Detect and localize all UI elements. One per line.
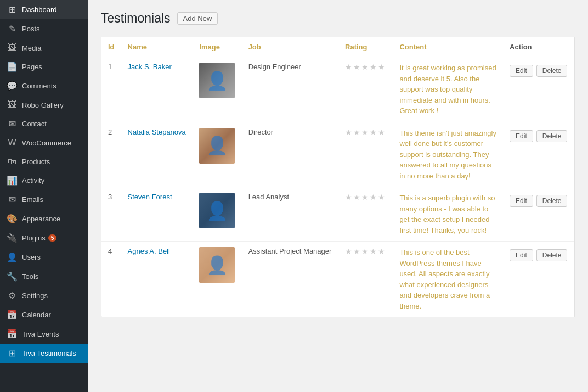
row-action-2: EditDelete (503, 122, 574, 187)
row-name-3: Steven Forest (121, 187, 193, 242)
row-job-3: Lead Analyst (242, 187, 338, 242)
avatar-2: 👤 (199, 128, 235, 164)
table-header: IdNameImageJobRatingContentAction (101, 37, 574, 57)
sidebar-item-tiva-events[interactable]: 📅Tiva Events (0, 324, 88, 344)
sidebar-label-users: Users (22, 253, 41, 261)
col-header-name: Name (121, 37, 193, 57)
action-buttons-1: EditDelete (510, 63, 568, 77)
sidebar-label-contact: Contact (22, 120, 47, 128)
row-content-4: This is one of the best WordPress themes… (393, 242, 503, 317)
avatar-icon-4: 👤 (206, 255, 228, 276)
settings-icon: ⚙ (7, 290, 18, 301)
col-header-rating: Rating (338, 37, 393, 57)
add-new-button[interactable]: Add New (177, 12, 218, 25)
row-job-4: Assistant Project Manager (242, 242, 338, 317)
row-rating-1: ★★★★★ (338, 57, 393, 122)
sidebar-item-comments[interactable]: 💬Comments (0, 76, 88, 96)
avatar-1: 👤 (199, 63, 235, 98)
col-header-image: Image (193, 37, 241, 57)
sidebar-item-products[interactable]: 🛍Products (0, 152, 88, 171)
sidebar-label-appearance: Appearance (22, 215, 60, 223)
table-row: 1Jack S. Baker👤Design Engineer★★★★★It is… (101, 57, 574, 122)
active-arrow (83, 349, 88, 358)
sidebar-label-pages: Pages (22, 63, 42, 71)
dashboard-icon: ⊞ (7, 4, 18, 15)
sidebar-item-posts[interactable]: ✎Posts (0, 19, 88, 38)
delete-button-2[interactable]: Delete (536, 130, 568, 142)
sidebar-item-appearance[interactable]: 🎨Appearance (0, 209, 88, 228)
row-action-3: EditDelete (503, 187, 574, 242)
avatar-icon-2: 👤 (206, 135, 228, 156)
sidebar-label-calendar: Calendar (22, 311, 51, 319)
sidebar-label-media: Media (22, 44, 41, 52)
row-name-1: Jack S. Baker (121, 57, 193, 122)
plugins-icon: 🔌 (7, 233, 18, 243)
row-job-2: Director (242, 122, 338, 187)
row-action-1: EditDelete (503, 57, 574, 122)
sidebar-item-contact[interactable]: ✉Contact (0, 114, 88, 133)
sidebar-item-emails[interactable]: ✉Emails (0, 190, 88, 209)
sidebar-item-pages[interactable]: 📄Pages (0, 57, 88, 76)
sidebar-item-tiva-testimonials[interactable]: ⊞Tiva Testimonials (0, 344, 88, 363)
activity-icon: 📊 (7, 175, 18, 186)
row-content-3: This is a superb plugin with so many opt… (393, 187, 503, 242)
page-header: Testimonials Add New (101, 11, 575, 26)
row-name-4: Agnes A. Bell (121, 242, 193, 317)
sidebar-item-robo-gallery[interactable]: 🖼Robo Gallery (0, 96, 88, 114)
edit-button-2[interactable]: Edit (510, 130, 533, 142)
row-content-1: It is great working as promised and dese… (393, 57, 503, 122)
products-icon: 🛍 (7, 156, 18, 166)
edit-button-4[interactable]: Edit (510, 249, 533, 261)
stars-2: ★★★★★ (345, 128, 386, 137)
sidebar-item-media[interactable]: 🖼Media (0, 38, 88, 57)
tiva-testimonials-icon: ⊞ (7, 348, 18, 359)
sidebar-label-activity: Activity (22, 176, 44, 184)
sidebar-item-activity[interactable]: 📊Activity (0, 171, 88, 190)
tiva-events-icon: 📅 (7, 329, 18, 339)
edit-button-3[interactable]: Edit (510, 195, 533, 207)
row-id-2: 2 (101, 122, 121, 187)
table-row: 4Agnes A. Bell👤Assistant Project Manager… (101, 242, 574, 317)
row-name-link-1[interactable]: Jack S. Baker (128, 63, 172, 71)
row-image-4: 👤 (193, 242, 241, 317)
pages-icon: 📄 (7, 61, 18, 72)
row-action-4: EditDelete (503, 242, 574, 317)
delete-button-4[interactable]: Delete (536, 249, 568, 261)
table-row: 2Natalia Stepanova👤Director★★★★★This the… (101, 122, 574, 187)
appearance-icon: 🎨 (7, 214, 18, 224)
sidebar-label-posts: Posts (22, 25, 40, 33)
testimonials-table-container: IdNameImageJobRatingContentAction 1Jack … (101, 37, 575, 317)
col-header-job: Job (242, 37, 338, 57)
sidebar-label-tiva-testimonials: Tiva Testimonials (22, 349, 76, 357)
sidebar-item-plugins[interactable]: 🔌Plugins5 (0, 228, 88, 248)
row-name-link-3[interactable]: Steven Forest (128, 193, 172, 201)
col-header-content: Content (393, 37, 503, 57)
sidebar-item-calendar[interactable]: 📅Calendar (0, 305, 88, 324)
sidebar-item-dashboard[interactable]: ⊞Dashboard (0, 0, 88, 19)
sidebar-label-comments: Comments (22, 82, 56, 90)
row-name-link-2[interactable]: Natalia Stepanova (128, 128, 186, 136)
stars-3: ★★★★★ (345, 193, 386, 201)
row-id-1: 1 (101, 57, 121, 122)
sidebar-label-robo-gallery: Robo Gallery (22, 101, 64, 109)
sidebar-label-plugins: Plugins (22, 234, 46, 242)
sidebar-item-users[interactable]: 👤Users (0, 248, 88, 267)
sidebar-label-tools: Tools (22, 272, 38, 281)
row-id-3: 3 (101, 187, 121, 242)
sidebar-item-woocommerce[interactable]: WWooCommerce (0, 133, 88, 152)
sidebar-item-tools[interactable]: 🔧Tools (0, 267, 88, 286)
sidebar-item-settings[interactable]: ⚙Settings (0, 286, 88, 305)
sidebar-label-tiva-events: Tiva Events (22, 330, 59, 338)
sidebar-label-dashboard: Dashboard (22, 5, 57, 14)
woocommerce-icon: W (7, 138, 18, 148)
robo-gallery-icon: 🖼 (7, 100, 18, 110)
row-name-link-4[interactable]: Agnes A. Bell (128, 247, 170, 255)
row-job-1: Design Engineer (242, 57, 338, 122)
delete-button-3[interactable]: Delete (536, 195, 568, 207)
delete-button-1[interactable]: Delete (536, 65, 568, 77)
avatar-icon-3: 👤 (206, 200, 228, 221)
calendar-icon: 📅 (7, 310, 18, 320)
sidebar-badge-plugins: 5 (48, 234, 57, 242)
edit-button-1[interactable]: Edit (510, 65, 533, 77)
row-name-2: Natalia Stepanova (121, 122, 193, 187)
